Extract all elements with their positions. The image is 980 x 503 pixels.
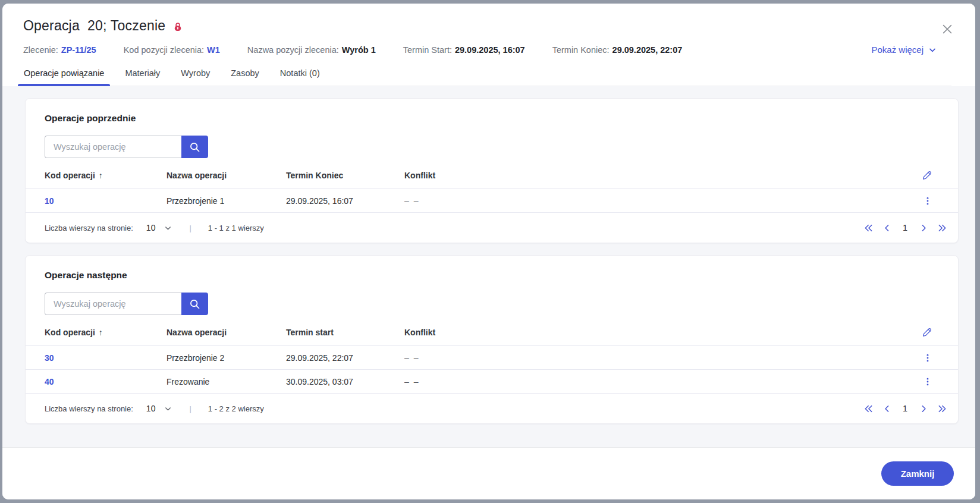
current-page-number[interactable]: 1 (897, 404, 913, 413)
search-icon (189, 141, 201, 153)
order-item-code-label: Kod pozycji zlecenia: (124, 45, 204, 55)
prev-page-button[interactable] (879, 401, 894, 416)
search-icon (189, 298, 201, 310)
operation-modal: Operacja 20; Toczenie Zlecenie:ZP-11/25 … (2, 4, 975, 499)
operation-code-link[interactable]: 30 (45, 353, 167, 363)
rows-per-page-dropdown-icon[interactable] (164, 404, 172, 413)
rows-per-page-dropdown-icon[interactable] (164, 224, 172, 232)
rows-per-page-label: Liczba wierszy na stronie: (45, 224, 133, 232)
last-page-button[interactable] (934, 401, 950, 416)
table-row: 40 Frezowanie 30.09.2025, 03:07 – – (26, 370, 958, 394)
chevron-down-icon (928, 45, 937, 55)
order-label: Zlecenie: (23, 45, 58, 55)
rows-per-page-label: Liczba wierszy na stronie: (45, 404, 133, 413)
operation-code-link[interactable]: 40 (45, 377, 167, 386)
start-date-value: 29.09.2025, 16:07 (455, 45, 525, 55)
show-more-label: Pokaż więcej (871, 45, 924, 55)
kebab-menu-icon (922, 196, 933, 206)
column-header-konflikt[interactable]: Konflikt (404, 328, 895, 337)
last-page-button[interactable] (934, 220, 950, 235)
operation-code-link[interactable]: 10 (45, 196, 167, 206)
search-input[interactable] (45, 293, 181, 315)
search-input[interactable] (45, 136, 181, 158)
section-title-previous: Operacje poprzednie (26, 99, 958, 124)
prev-page-button[interactable] (879, 220, 894, 235)
table-header-row: Kod operacji ↑ Nazwa operacji Termin Kon… (26, 162, 958, 189)
tab-zasoby[interactable]: Zasoby (225, 63, 265, 86)
pencil-icon (921, 169, 933, 181)
show-more-button[interactable]: Pokaż więcej (871, 45, 937, 55)
pagination-separator: | (189, 404, 191, 413)
row-menu-button[interactable] (922, 353, 933, 363)
operation-name-cell: Frezowanie (167, 377, 286, 386)
end-date-label: Termin Koniec: (552, 45, 610, 55)
previous-operations-card: Operacje poprzednie Kod operacji ↑ Nazwa… (25, 98, 959, 243)
order-item-code-link[interactable]: W1 (207, 45, 220, 55)
column-header-termin[interactable]: Termin start (286, 328, 404, 337)
pencil-icon (921, 326, 933, 338)
tab-bar: Operacje powiązanie Materiały Wyroby Zas… (18, 63, 951, 86)
rows-range-label: 1 - 1 z 1 wierszy (208, 224, 264, 232)
next-page-button[interactable] (916, 401, 931, 416)
operation-date-cell: 30.09.2025, 03:07 (286, 377, 404, 386)
pagination-bar: Liczba wierszy na stronie: 10 | 1 - 2 z … (26, 394, 958, 423)
modal-header: Operacja 20; Toczenie Zlecenie:ZP-11/25 … (2, 4, 975, 86)
order-item-name-value: Wyrób 1 (342, 45, 376, 55)
conflict-cell: – – (404, 196, 895, 206)
tab-operacje-powiazanie[interactable]: Operacje powiązanie (18, 63, 110, 86)
edit-columns-button[interactable] (921, 169, 933, 181)
modal-content: Operacje poprzednie Kod operacji ↑ Nazwa… (2, 86, 975, 447)
table-row: 30 Przezbrojenie 2 29.09.2025, 22:07 – – (26, 346, 958, 370)
operation-date-cell: 29.09.2025, 16:07 (286, 196, 404, 206)
pagination-bar: Liczba wierszy na stronie: 10 | 1 - 1 z … (26, 213, 958, 243)
order-info-row: Zlecenie:ZP-11/25 Kod pozycji zlecenia:W… (23, 45, 951, 55)
tab-wyroby[interactable]: Wyroby (175, 63, 216, 86)
rows-per-page-value[interactable]: 10 (146, 223, 156, 232)
kebab-menu-icon (922, 376, 933, 387)
conflict-cell: – – (404, 377, 895, 386)
edit-columns-button[interactable] (921, 326, 933, 338)
lock-icon (172, 21, 183, 32)
next-page-button[interactable] (916, 220, 931, 235)
column-header-kod-operacji[interactable]: Kod operacji ↑ (45, 171, 167, 180)
search-button[interactable] (181, 136, 208, 158)
column-header-kod-operacji[interactable]: Kod operacji ↑ (45, 328, 167, 337)
page-title: Operacja 20; Toczenie (23, 18, 165, 34)
first-page-button[interactable] (860, 220, 876, 235)
modal-footer: Zamknij (2, 447, 975, 499)
row-menu-button[interactable] (922, 196, 933, 206)
tab-materialy[interactable]: Materiały (119, 63, 166, 86)
table-header-row: Kod operacji ↑ Nazwa operacji Termin sta… (26, 319, 958, 346)
operation-name-cell: Przezbrojenie 2 (167, 353, 286, 363)
close-icon[interactable] (940, 21, 955, 37)
next-operations-card: Operacje następne Kod operacji ↑ Nazwa o… (25, 255, 959, 424)
search-button[interactable] (181, 293, 208, 315)
start-date-label: Termin Start: (403, 45, 452, 55)
operation-name-cell: Przezbrojenie 1 (167, 196, 286, 206)
sort-asc-icon: ↑ (99, 328, 103, 337)
table-row: 10 Przezbrojenie 1 29.09.2025, 16:07 – – (26, 189, 958, 213)
section-title-next: Operacje następne (26, 256, 958, 281)
current-page-number[interactable]: 1 (897, 223, 913, 232)
column-header-termin[interactable]: Termin Koniec (286, 171, 404, 180)
conflict-cell: – – (404, 353, 895, 363)
end-date-value: 29.09.2025, 22:07 (612, 45, 683, 55)
rows-per-page-value[interactable]: 10 (146, 404, 156, 413)
column-header-nazwa-operacji[interactable]: Nazwa operacji (167, 171, 286, 180)
close-modal-button[interactable]: Zamknij (881, 461, 954, 486)
pagination-separator: | (189, 224, 191, 232)
sort-asc-icon: ↑ (99, 171, 103, 180)
rows-range-label: 1 - 2 z 2 wierszy (208, 404, 264, 413)
first-page-button[interactable] (860, 401, 876, 416)
row-menu-button[interactable] (922, 376, 933, 387)
column-header-nazwa-operacji[interactable]: Nazwa operacji (167, 328, 286, 337)
order-item-name-label: Nazwa pozycji zlecenia: (247, 45, 339, 55)
order-link[interactable]: ZP-11/25 (61, 45, 96, 55)
tab-notatki[interactable]: Notatki (0) (274, 63, 326, 86)
column-header-konflikt[interactable]: Konflikt (404, 171, 895, 180)
kebab-menu-icon (922, 353, 933, 363)
operation-date-cell: 29.09.2025, 22:07 (286, 353, 404, 363)
